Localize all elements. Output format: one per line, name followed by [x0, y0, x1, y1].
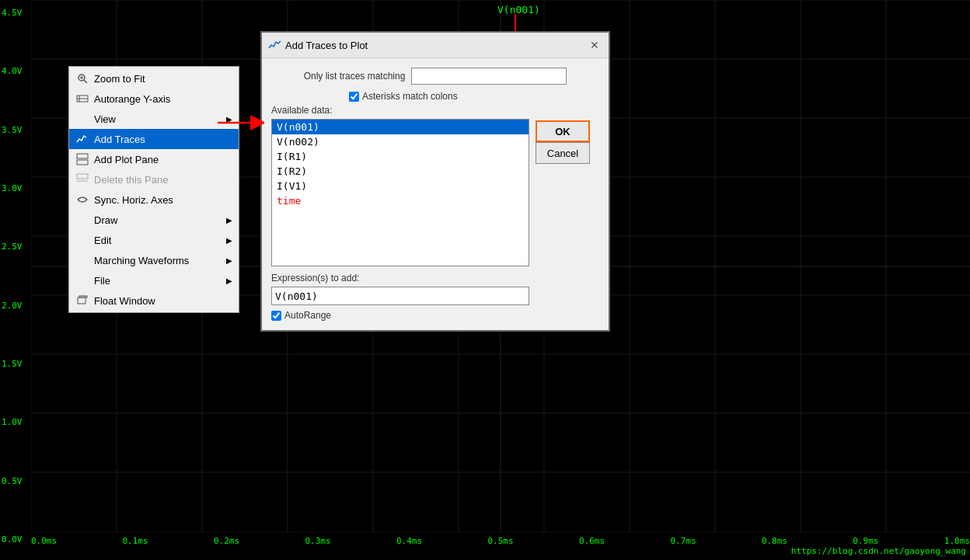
menu-item-label: Marching Waveforms [94, 255, 189, 266]
ok-button[interactable]: OK [536, 120, 590, 142]
svg-rect-34 [77, 174, 88, 179]
autorange-row: AutoRange [271, 310, 529, 321]
x-label: 0.3ms [305, 536, 330, 546]
x-label: 0.8ms [762, 536, 787, 546]
trace-list[interactable]: V(n001) V(n002) I(R1) I(R2) I(V1) time [271, 119, 529, 266]
svg-rect-36 [78, 297, 85, 304]
x-label: 0.9ms [853, 536, 878, 546]
menu-item-label: Delete this Pane [94, 174, 168, 186]
menu-item-label: Edit [94, 235, 111, 246]
pane-icon [75, 152, 89, 166]
zoom-icon [75, 71, 89, 85]
y-label: 3.5V [2, 125, 31, 135]
x-label: 0.4ms [396, 536, 422, 546]
y-label: 0.0V [2, 534, 31, 544]
submenu-arrow: ▶ [226, 236, 232, 245]
autorange-checkbox[interactable] [271, 311, 281, 321]
svg-line-26 [84, 80, 87, 83]
menu-item-label: Zoom to Fit [94, 73, 145, 85]
menu-add-traces[interactable]: Add Traces [69, 129, 239, 149]
dialog-left: Available data: V(n001) V(n002) I(R1) I(… [271, 105, 529, 321]
menu-draw[interactable]: Draw ▶ [69, 210, 239, 230]
expression-label: Expression(s) to add: [271, 273, 529, 283]
x-label: 0.7ms [670, 536, 696, 546]
dialog-close-button[interactable]: ✕ [587, 37, 602, 53]
trace-item-vn001[interactable]: V(n001) [272, 120, 529, 134]
menu-item-label: Add Plot Pane [94, 154, 159, 165]
delete-icon [75, 172, 89, 186]
menu-item-label: View [94, 113, 116, 125]
watermark: https://blog.csdn.net/gaoyong_wang [791, 546, 966, 556]
y-label: 3.0V [2, 183, 31, 193]
traces-icon [75, 132, 89, 146]
x-label: 0.0ms [31, 536, 57, 546]
float-icon [75, 294, 89, 308]
y-label: 2.0V [2, 301, 31, 311]
filter-row: Only list traces matching [271, 68, 599, 85]
menu-zoom-fit[interactable]: Zoom to Fit [69, 68, 239, 89]
menu-edit[interactable]: Edit ▶ [69, 230, 239, 250]
menu-autorange-y[interactable]: Autorange Y-axis [69, 89, 239, 109]
y-label: 2.5V [2, 242, 31, 252]
asterisk-row: Asterisks match colons [349, 91, 599, 102]
y-axis: 4.5V 4.0V 3.5V 3.0V 2.5V 2.0V 1.5V 1.0V … [0, 0, 31, 560]
dialog-title: Add Traces to Plot [285, 40, 587, 51]
menu-view[interactable]: View ▶ [69, 109, 239, 129]
cancel-button[interactable]: Cancel [536, 142, 590, 164]
trace-item-time[interactable]: time [272, 193, 529, 208]
menu-item-label: Draw [94, 214, 117, 226]
menu-item-label: File [94, 275, 110, 287]
x-label: 0.5ms [487, 536, 513, 546]
edit-icon [75, 233, 89, 247]
x-label: 0.6ms [579, 536, 605, 546]
asterisk-checkbox[interactable] [349, 92, 359, 102]
svg-rect-37 [79, 296, 87, 297]
x-axis: 0.0ms 0.1ms 0.2ms 0.3ms 0.4ms 0.5ms 0.6m… [31, 536, 970, 546]
dialog-upper: Available data: V(n001) V(n002) I(R1) I(… [271, 105, 599, 321]
autorange-icon [75, 92, 89, 106]
menu-file[interactable]: File ▶ [69, 270, 239, 290]
menu-float-window[interactable]: Float Window [69, 290, 239, 311]
submenu-arrow: ▶ [226, 277, 232, 285]
x-label: 1.0ms [944, 536, 970, 546]
dialog-titlebar: Add Traces to Plot ✕ [262, 33, 609, 58]
signal-annotation: V(n001) [497, 4, 540, 16]
view-icon [75, 112, 89, 126]
submenu-arrow: ▶ [226, 256, 232, 265]
y-label: 0.5V [2, 476, 31, 486]
menu-sync-horiz[interactable]: Sync. Horiz. Axes [69, 190, 239, 210]
menu-item-label: Sync. Horiz. Axes [94, 194, 173, 206]
y-label: 1.5V [2, 359, 31, 369]
autorange-label: AutoRange [284, 310, 331, 321]
menu-add-plot-pane[interactable]: Add Plot Pane [69, 149, 239, 169]
filter-label: Only list traces matching [304, 71, 406, 82]
draw-icon [75, 213, 89, 227]
trace-item-ir1[interactable]: I(R1) [272, 149, 529, 164]
dialog-buttons: OK Cancel [529, 105, 599, 321]
asterisk-label: Asterisks match colons [362, 91, 458, 102]
trace-item-ir2[interactable]: I(R2) [272, 164, 529, 179]
available-label: Available data: [271, 105, 529, 116]
menu-item-label: Add Traces [94, 134, 145, 145]
dialog-icon [268, 39, 281, 51]
file-icon [75, 273, 89, 287]
svg-rect-32 [77, 154, 88, 158]
y-label: 1.0V [2, 417, 31, 427]
expression-input[interactable] [271, 287, 529, 305]
menu-item-label: Autorange Y-axis [94, 93, 170, 105]
menu-delete-pane[interactable]: Delete this Pane [69, 169, 239, 190]
sync-icon [75, 193, 89, 207]
menu-marching-waveforms[interactable]: Marching Waveforms ▶ [69, 250, 239, 270]
submenu-arrow: ▶ [226, 115, 232, 123]
y-label: 4.0V [2, 66, 31, 76]
trace-item-vn002[interactable]: V(n002) [272, 134, 529, 149]
trace-item-iv1[interactable]: I(V1) [272, 179, 529, 193]
dialog-body: Only list traces matching Asterisks matc… [262, 58, 609, 330]
x-label: 0.1ms [122, 536, 148, 546]
context-menu: Zoom to Fit Autorange Y-axis View ▶ Add … [68, 66, 239, 313]
filter-input[interactable] [411, 68, 567, 85]
add-traces-dialog: Add Traces to Plot ✕ Only list traces ma… [260, 31, 610, 332]
y-label: 4.5V [2, 8, 31, 18]
marching-icon [75, 253, 89, 267]
svg-rect-33 [77, 160, 88, 165]
